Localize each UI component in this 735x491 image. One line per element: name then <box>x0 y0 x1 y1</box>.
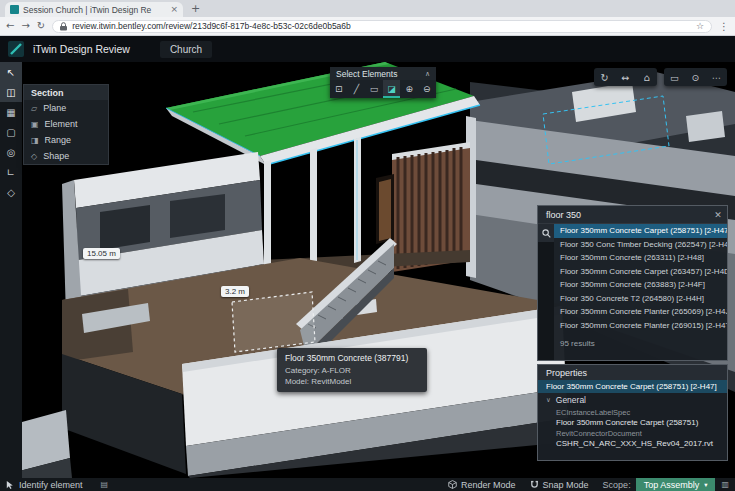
section-label: General <box>556 395 586 405</box>
section-flyout-title: Section <box>24 85 108 100</box>
chevron-up-icon[interactable]: ∧ <box>425 70 430 78</box>
browser-urlbar: ← → ↻ review.itwin.bentley.com/review/21… <box>0 17 735 36</box>
pan-button[interactable]: ↔ <box>615 68 636 86</box>
brush-select-button[interactable]: ◪ <box>383 80 401 98</box>
new-tab-button[interactable]: + <box>191 2 200 15</box>
line-select-button[interactable]: ╱ <box>348 80 366 98</box>
chevron-down-icon: ▾ <box>704 481 707 489</box>
lock-icon <box>60 22 67 31</box>
window-area-button[interactable]: ▭ <box>664 68 685 86</box>
close-icon[interactable]: ✕ <box>709 210 727 220</box>
app-header: iTwin Design Review Church <box>0 36 735 62</box>
tooltip-category: Category: A-FLOR <box>285 365 419 376</box>
remove-selection-button[interactable]: ⊖ <box>418 80 436 98</box>
markup-tool-button[interactable]: ◇ <box>0 182 22 202</box>
flyout-item-label: Range <box>45 135 72 145</box>
tab-title: Session Church | iTwin Design Re <box>23 5 166 15</box>
view-tools-group-2: ▭ ⊙ ⋯ <box>664 68 727 86</box>
itwin-logo-icon <box>8 41 24 57</box>
scope-dropdown[interactable]: Top Assembly ▾ <box>636 478 716 491</box>
element-tools-button[interactable]: ▦ <box>0 102 22 122</box>
section-tool-button[interactable]: ◫ <box>0 82 22 102</box>
pick-elements-button[interactable]: ⊡ <box>330 80 348 98</box>
refresh-icon[interactable]: ↻ <box>37 21 45 31</box>
fit-view-button[interactable]: ⌂ <box>636 68 657 86</box>
tab-close-icon[interactable]: × <box>170 5 178 14</box>
scope-value: Top Assembly <box>644 480 700 490</box>
general-section-header[interactable]: ∨ General <box>538 393 727 406</box>
search-result-row[interactable]: Floor 350mm Concrete (263883) [2-H4F] <box>554 278 727 292</box>
browser-menu-icon[interactable]: ⋮ <box>719 21 729 32</box>
browser-tabstrip: Session Church | iTwin Design Re × + <box>0 0 735 17</box>
search-result-row[interactable]: Floor 350mm Concrete (263311) [2-H48] <box>554 251 727 265</box>
render-mode-button[interactable]: Render Mode <box>448 480 516 490</box>
section-element-item[interactable]: ▣ Element <box>24 116 108 132</box>
shape-icon: ◇ <box>31 152 37 161</box>
model-viewport[interactable]: ↖ ◫ ▦ ▢ ◎ ∟ ◇ Section ▱ Plane ▣ Element … <box>0 62 735 478</box>
measure-tool-button[interactable]: ∟ <box>0 162 22 182</box>
search-result-list: Floor 350mm Concrete Carpet (258751) [2-… <box>554 224 727 360</box>
address-bar[interactable]: review.itwin.bentley.com/review/213d9c6f… <box>52 20 712 33</box>
left-toolbar: ↖ ◫ ▦ ▢ ◎ ∟ ◇ <box>0 62 22 478</box>
select-elements-titlebar[interactable]: Select Elements ∧ <box>330 67 436 80</box>
search-result-row[interactable]: Floor 350mm Concrete Carpet (263457) [2-… <box>554 265 727 279</box>
forward-icon[interactable]: → <box>21 21 29 31</box>
identify-element-label: Identify element <box>19 480 83 490</box>
url-text: review.itwin.bentley.com/review/213d9c6f… <box>72 21 691 31</box>
plane-icon: ▱ <box>31 104 37 113</box>
status-bar: Identify element ▤ Render Mode Snap Mode… <box>0 478 735 491</box>
property-value: CSHR_CN_ARC_XXX_HS_Rev04_2017.rvt <box>538 438 727 448</box>
search-result-row[interactable]: Floor 350mm Concrete Planter (265069) [2… <box>554 305 727 319</box>
select-elements-toolbar: Select Elements ∧ ⊡ ╱ ▭ ◪ ⊕ ⊖ <box>330 67 436 98</box>
flyout-item-label: Plane <box>43 103 66 113</box>
properties-title: Properties <box>538 365 727 380</box>
hide-tool-button[interactable]: ▢ <box>0 122 22 142</box>
property-label: ECInstanceLabelSpec <box>538 406 727 417</box>
cube-icon <box>448 480 457 489</box>
element-tooltip: Floor 350mm Concrete (387791) Category: … <box>277 348 427 392</box>
isolate-tool-button[interactable]: ◎ <box>0 142 22 162</box>
measurement-label: 3.2 m <box>221 286 249 297</box>
search-results-panel: floor 350 ✕ Floor 350mm Concrete Carpet … <box>537 205 728 361</box>
chevron-down-icon: ∨ <box>546 396 551 404</box>
browser-tab[interactable]: Session Church | iTwin Design Re × <box>5 2 183 17</box>
search-input[interactable]: floor 350 <box>538 210 709 220</box>
search-result-row[interactable]: Floor 350 Conc Timber Decking (262547) [… <box>554 238 727 252</box>
snap-mode-button[interactable]: Snap Mode <box>530 480 589 490</box>
favicon <box>10 5 19 14</box>
section-range-item[interactable]: ◨ Range <box>24 132 108 148</box>
search-icon[interactable] <box>538 224 554 242</box>
bookmark-star-icon[interactable]: ☆ <box>696 21 704 31</box>
search-result-row[interactable]: Floor 350mm Concrete Carpet (258751) [2-… <box>554 224 727 238</box>
box-select-button[interactable]: ▭ <box>365 80 383 98</box>
look-around-button[interactable]: ⊙ <box>685 68 706 86</box>
section-shape-item[interactable]: ◇ Shape <box>24 148 108 164</box>
view-tools-group-1: ↻ ↔ ⌂ <box>594 68 657 86</box>
search-rail <box>538 224 554 360</box>
more-view-tools-button[interactable]: ⋯ <box>706 68 727 86</box>
magnet-icon <box>530 480 539 489</box>
flyout-item-label: Shape <box>43 151 69 161</box>
element-icon: ▣ <box>31 120 39 129</box>
result-count: 95 results <box>554 332 727 348</box>
section-plane-item[interactable]: ▱ Plane <box>24 100 108 116</box>
select-tool-button[interactable]: ↖ <box>0 62 22 82</box>
select-elements-title: Select Elements <box>336 69 397 79</box>
keyboard-shortcuts-icon[interactable]: ▥ <box>721 480 729 489</box>
properties-panel: Properties Floor 350mm Concrete Carpet (… <box>537 364 728 461</box>
render-mode-label: Render Mode <box>461 480 516 490</box>
search-result-row[interactable]: Floor 350 Concrete T2 (264580) [2-H4H] <box>554 292 727 306</box>
section-flyout-menu: Section ▱ Plane ▣ Element ◨ Range ◇ Shap… <box>23 84 109 165</box>
property-label: RevitConnectorDocument <box>538 427 727 438</box>
orbit-button[interactable]: ↻ <box>594 68 615 86</box>
layers-icon[interactable]: ▤ <box>101 480 109 489</box>
add-selection-button[interactable]: ⊕ <box>400 80 418 98</box>
project-name-button[interactable]: Church <box>160 41 212 58</box>
app-title: iTwin Design Review <box>33 43 130 55</box>
back-icon[interactable]: ← <box>6 21 14 31</box>
search-result-row[interactable]: Floor 350mm Concrete Planter (269015) [2… <box>554 319 727 333</box>
tooltip-model: Model: RevitModel <box>285 376 419 387</box>
flyout-item-label: Element <box>45 119 78 129</box>
selected-element-row[interactable]: Floor 350mm Concrete Carpet (258751) [2-… <box>538 380 727 393</box>
tooltip-element-name: Floor 350mm Concrete (387791) <box>285 353 419 363</box>
